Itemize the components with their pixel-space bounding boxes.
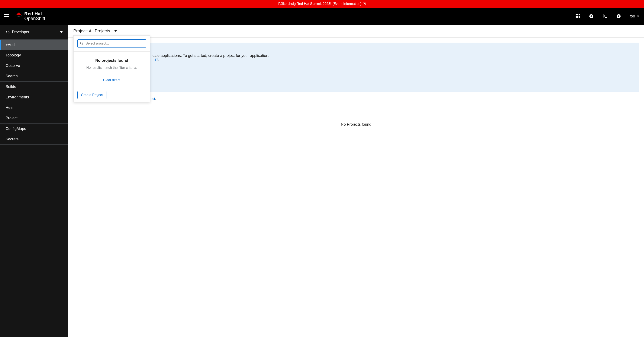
banner-event-link[interactable]: (Event Information) [332, 2, 366, 6]
search-icon [80, 42, 84, 45]
perspective-switcher[interactable]: Developer [0, 25, 68, 40]
caret-down-icon [60, 31, 63, 33]
svg-rect-3 [577, 14, 578, 15]
app-launcher-button[interactable] [575, 14, 580, 19]
getting-started-infobox: cale applications. To get started, creat… [73, 43, 639, 92]
top-banner: Fáilte chuig Red Hat Summit 2023! (Event… [0, 0, 644, 8]
banner-text: Fáilte chuig Red Hat Summit 2023! [278, 2, 331, 6]
help-button[interactable]: ? [616, 14, 621, 19]
empty-subtitle: No results match the filter criteria. [78, 66, 146, 70]
sidebar-item-configmaps[interactable]: ConfigMaps [0, 124, 68, 134]
sidebar-item-label: Helm [6, 105, 14, 110]
external-link-icon [363, 2, 366, 5]
sidebar-item-topology[interactable]: Topology [0, 50, 68, 60]
terminal-icon [602, 14, 608, 19]
project-search-input[interactable] [86, 41, 144, 45]
svg-point-1 [17, 12, 20, 14]
sidebar-item-label: Environments [6, 95, 29, 99]
grid-icon [575, 14, 580, 18]
sidebar-item-search[interactable]: Search [0, 71, 68, 81]
brand-text: Red Hat OpenShift [24, 11, 45, 21]
svg-rect-2 [576, 14, 577, 15]
title-bar: Project: All Projects No projects found [68, 25, 644, 37]
brand-logo[interactable]: Red Hat OpenShift [15, 11, 45, 21]
sidebar-item-label: Project [6, 116, 18, 120]
sidebar-item-add[interactable]: +Add [0, 40, 68, 50]
import-button[interactable] [589, 14, 594, 19]
external-link-icon [155, 58, 158, 61]
project-selector-menu: No projects found No results match the f… [73, 35, 150, 102]
sidebar-item-environments[interactable]: Environments [0, 92, 68, 102]
create-project-button[interactable]: Create Project [78, 91, 106, 99]
sidebar-item-secrets[interactable]: Secrets [0, 134, 68, 144]
plus-circle-icon [589, 14, 594, 18]
banner-link-text: (Event Information) [332, 2, 362, 6]
svg-rect-6 [577, 16, 578, 17]
infobox-line2-text: n [152, 58, 154, 62]
project-value: All Projects [89, 28, 110, 33]
redhat-fedora-icon [15, 11, 22, 17]
terminal-button[interactable] [602, 14, 608, 19]
caret-down-icon [637, 15, 639, 17]
sidebar-item-label: ConfigMaps [6, 127, 26, 131]
user-menu[interactable]: foo [630, 14, 639, 18]
masthead: Red Hat OpenShift ? [0, 8, 644, 25]
sidebar-item-label: Builds [6, 85, 16, 89]
nav-toggle-button[interactable] [4, 14, 10, 18]
svg-rect-9 [577, 17, 578, 18]
infobox-doc-link[interactable]: n [152, 58, 158, 62]
project-search-box[interactable] [78, 39, 146, 47]
sidebar-item-helm[interactable]: Helm [0, 102, 68, 113]
sidebar-item-label: Secrets [6, 137, 18, 141]
empty-title: No projects found [78, 58, 146, 63]
user-name: foo [630, 14, 635, 18]
sidebar: Developer +Add Topology Observe Search B… [0, 25, 68, 337]
period: . [158, 58, 159, 61]
sidebar-item-label: Topology [6, 53, 21, 57]
clear-filters-link[interactable]: Clear filters [78, 78, 146, 82]
sidebar-item-project[interactable]: Project [0, 113, 68, 123]
sidebar-item-builds[interactable]: Builds [0, 82, 68, 92]
nav-section-3: ConfigMaps Secrets [0, 124, 68, 145]
masthead-left: Red Hat OpenShift [4, 11, 45, 21]
sidebar-item-label: Search [6, 74, 18, 78]
project-selector-toggle[interactable]: Project: All Projects [73, 28, 117, 33]
svg-rect-5 [576, 16, 577, 17]
brand-line1: Red Hat [24, 11, 45, 16]
svg-rect-4 [579, 14, 580, 15]
project-search-wrap [74, 35, 150, 51]
svg-text:?: ? [618, 15, 620, 18]
create-project-wrap: Create Project [74, 88, 150, 102]
help-icon: ? [616, 14, 621, 18]
masthead-right: ? foo [575, 14, 639, 19]
nav-section-1: +Add Topology Observe Search [0, 40, 68, 82]
perspective-label: Developer [12, 30, 30, 34]
svg-rect-8 [576, 17, 577, 18]
infobox-line1: cale applications. To get started, creat… [152, 53, 269, 58]
svg-rect-7 [579, 16, 580, 17]
sidebar-item-label: Observe [6, 63, 20, 68]
sidebar-item-observe[interactable]: Observe [0, 60, 68, 71]
brand-line2: OpenShift [24, 16, 45, 21]
sidebar-item-label: +Add [6, 43, 15, 47]
project-empty-state: No projects found No results match the f… [74, 51, 150, 88]
main-content: Project: All Projects No projects found [68, 25, 644, 337]
project-prefix: Project: [73, 28, 89, 33]
caret-down-icon [114, 30, 117, 32]
subline-suffix: . [155, 97, 156, 100]
svg-rect-10 [579, 17, 580, 18]
code-icon [6, 30, 10, 34]
nav-section-2: Builds Environments Helm Project [0, 82, 68, 124]
no-projects-text: No Projects found [68, 105, 644, 144]
svg-point-14 [80, 42, 82, 44]
subline: Select a Project to start adding to it o… [68, 97, 644, 105]
